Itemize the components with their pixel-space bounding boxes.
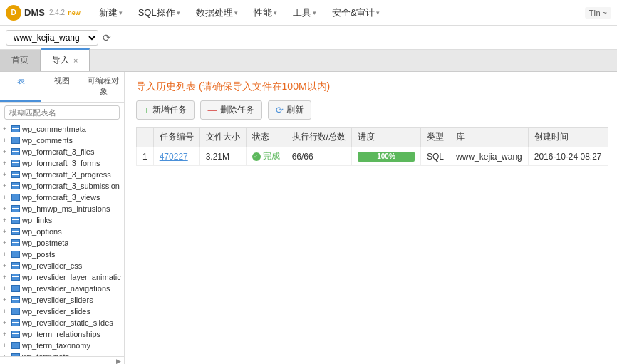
list-item[interactable]: + wp_comments [0, 135, 124, 146]
expand-icon: + [3, 251, 10, 258]
top-right-tab[interactable]: TIn ~ [585, 7, 611, 19]
db-bar: www_kejia_wang ⟳ [0, 26, 617, 50]
list-item[interactable]: + wp_revslider_layer_animatic [0, 271, 124, 283]
nav-item[interactable]: 性能▾ [247, 4, 284, 22]
table-icon [11, 182, 20, 189]
list-item[interactable]: + wp_termmeta [0, 351, 124, 356]
list-item[interactable]: + wp_term_taxonomy [0, 340, 124, 351]
list-item[interactable]: + wp_links [0, 214, 124, 226]
col-header: 创建时间 [528, 128, 608, 147]
expand-icon: + [3, 239, 10, 246]
expand-icon: + [3, 308, 10, 315]
toolbar: + 新增任务 — 删除任务 ⟳ 刷新 [136, 100, 606, 120]
content-area: 导入历史列表 (请确保导入文件在100M以内) + 新增任务 — 删除任务 ⟳ … [125, 72, 617, 364]
col-header: 执行行数/总数 [286, 128, 351, 147]
add-icon: + [144, 105, 150, 115]
tree-item-label: wp_formcraft_3_views [22, 193, 100, 202]
expand-icon: + [3, 182, 10, 189]
expand-icon: + [3, 171, 10, 178]
table-icon [11, 331, 20, 338]
list-item[interactable]: + wp_revslider_static_slides [0, 317, 124, 328]
list-item[interactable]: + wp_revslider_css [0, 260, 124, 271]
table-icon [11, 319, 20, 326]
delete-task-label: 删除任务 [220, 104, 254, 116]
col-header: 库 [450, 128, 529, 147]
list-item[interactable]: + wp_formcraft_3_forms [0, 157, 124, 169]
sidebar-tab[interactable]: 可编程对象 [83, 72, 124, 102]
main-layout: 表视图可编程对象 + wp_commentmeta + wp_comments … [0, 72, 617, 364]
tree-item-label: wp_hmwp_ms_intrusions [22, 204, 110, 213]
sidebar-tab[interactable]: 表 [0, 72, 41, 102]
list-item[interactable]: + wp_revslider_sliders [0, 294, 124, 306]
task-link[interactable]: 470227 [160, 152, 188, 162]
col-header: 状态 [246, 128, 286, 147]
nav-menu: 新建▾SQL操作▾数据处理▾性能▾工具▾安全&审计▾ [92, 4, 579, 22]
list-item[interactable]: + wp_postmeta [0, 237, 124, 249]
table-row: 1 470227 3.21M ✓完成 66/66 100% SQL www_ke… [137, 147, 608, 166]
list-item[interactable]: + wp_commentmeta [0, 123, 124, 135]
page-title-prefix: 导入历史列表 [136, 80, 196, 92]
db-selector[interactable]: www_kejia_wang [6, 30, 98, 46]
list-item[interactable]: + wp_formcraft_3_submission [0, 180, 124, 192]
list-item[interactable]: + wp_posts [0, 249, 124, 260]
tree-item-label: wp_commentmeta [22, 125, 86, 133]
nav-item[interactable]: 数据处理▾ [189, 4, 245, 22]
table-icon [11, 262, 20, 269]
tab-row: 首页导入× [0, 50, 617, 72]
app-version-new: new [68, 9, 81, 16]
list-item[interactable]: + wp_hmwp_ms_intrusions [0, 203, 124, 214]
table-icon [11, 194, 20, 201]
col-header: 进度 [352, 128, 421, 147]
expand-icon: + [3, 296, 10, 303]
tab-item[interactable]: 导入× [41, 48, 90, 71]
table-icon [11, 251, 20, 258]
table-icon [11, 217, 20, 224]
tree-item-label: wp_comments [22, 136, 73, 145]
expand-icon: + [3, 331, 10, 338]
refresh-button[interactable]: ⟳ 刷新 [268, 100, 311, 120]
list-item[interactable]: + wp_options [0, 226, 124, 237]
delete-icon: — [208, 105, 217, 115]
nav-item[interactable]: 新建▾ [92, 4, 130, 22]
expand-icon: + [3, 262, 10, 269]
data-table: 任务编号文件大小状态执行行数/总数进度类型库创建时间 1 470227 3.21… [136, 127, 608, 166]
tree-item-label: wp_posts [22, 250, 55, 259]
table-icon [11, 342, 20, 349]
search-input[interactable] [4, 105, 120, 120]
nav-item[interactable]: 工具▾ [286, 4, 323, 22]
refresh-icon: ⟳ [276, 105, 284, 115]
list-item[interactable]: + wp_revslider_slides [0, 306, 124, 317]
table-icon [11, 160, 20, 167]
expand-icon: + [3, 342, 10, 349]
nav-item[interactable]: 安全&审计▾ [325, 4, 388, 22]
tree-item-label: wp_formcraft_3_files [22, 147, 95, 156]
tree-item-label: wp_formcraft_3_progress [22, 170, 111, 179]
cell-file-size: 3.21M [199, 147, 246, 166]
table-icon [11, 125, 20, 132]
list-item[interactable]: + wp_term_relationships [0, 328, 124, 340]
list-item[interactable]: + wp_revslider_navigations [0, 283, 124, 294]
tab-close-icon[interactable]: × [73, 56, 78, 65]
cell-type: SQL [421, 147, 450, 166]
list-item[interactable]: + wp_formcraft_3_files [0, 146, 124, 157]
expand-icon: + [3, 228, 10, 235]
tree-item-label: wp_links [22, 216, 52, 224]
delete-task-button[interactable]: — 删除任务 [200, 100, 262, 120]
sidebar-tabs: 表视图可编程对象 [0, 72, 124, 103]
scroll-right-arrow[interactable]: ▶ [116, 358, 121, 365]
add-task-button[interactable]: + 新增任务 [136, 100, 195, 120]
list-item[interactable]: + wp_formcraft_3_views [0, 192, 124, 203]
nav-item[interactable]: SQL操作▾ [131, 4, 187, 22]
table-icon [11, 274, 20, 281]
tree-item-label: wp_revslider_slides [22, 307, 90, 316]
expand-icon: + [3, 125, 10, 132]
sidebar-tab[interactable]: 视图 [41, 72, 83, 102]
col-header: 任务编号 [153, 128, 199, 147]
sidebar: 表视图可编程对象 + wp_commentmeta + wp_comments … [0, 72, 125, 364]
tab-item[interactable]: 首页 [0, 50, 41, 71]
db-refresh-button[interactable]: ⟳ [103, 32, 111, 43]
page-title-note: (请确保导入文件在100M以内) [199, 80, 330, 92]
cell-task-no: 470227 [153, 147, 199, 166]
status-icon: ✓ [252, 152, 261, 161]
list-item[interactable]: + wp_formcraft_3_progress [0, 169, 124, 180]
